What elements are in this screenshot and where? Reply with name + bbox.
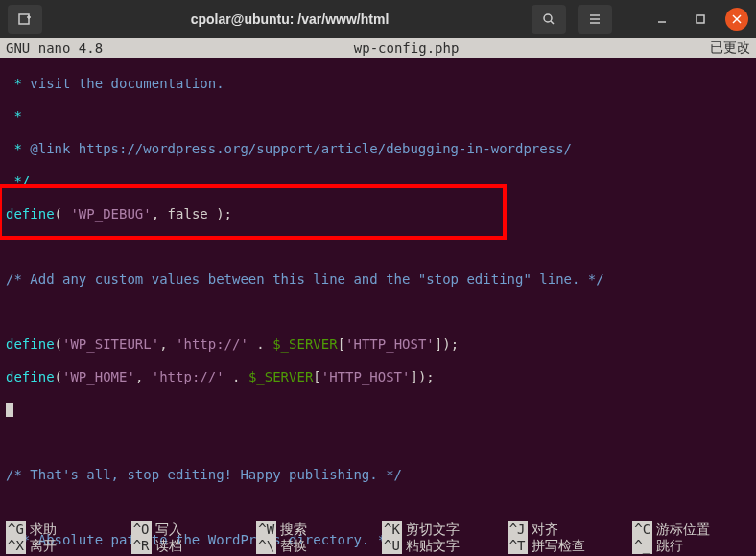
shortcut-justify: ^J对齐 (508, 521, 626, 538)
menu-button[interactable] (578, 5, 612, 34)
app-name: GNU nano 4.8 (6, 40, 103, 56)
nano-statusbar: GNU nano 4.8 wp-config.php 已更改 (0, 38, 756, 58)
close-button[interactable] (725, 8, 748, 31)
svg-rect-9 (697, 15, 704, 23)
shortcut-replace: ^\替换 (256, 538, 374, 554)
shortcut-search: ^W搜索 (256, 521, 374, 538)
editor-area[interactable]: * visit the documentation. * * @link htt… (0, 58, 756, 556)
maximize-button[interactable] (687, 5, 714, 34)
filename: wp-config.php (103, 40, 710, 56)
shortcut-curpos: ^C游标位置 (632, 521, 750, 538)
shortcut-help: ^G求助 (6, 521, 124, 538)
text-cursor (6, 403, 13, 417)
window-title: cpolar@ubuntu: /var/www/html (48, 12, 532, 27)
search-button[interactable] (532, 5, 566, 34)
svg-line-4 (551, 21, 554, 24)
shortcut-paste: ^U粘贴文字 (382, 538, 500, 554)
shortcut-cut: ^K剪切文字 (382, 521, 500, 538)
minimize-button[interactable] (649, 5, 675, 34)
new-tab-button[interactable] (8, 5, 42, 34)
nano-shortcuts: ^G求助 ^O写入 ^W搜索 ^K剪切文字 ^J对齐 ^C游标位置 ^X离开 ^… (0, 521, 756, 556)
shortcut-exit: ^X离开 (6, 538, 124, 554)
svg-rect-0 (19, 14, 29, 24)
shortcut-spell: ^T拼写检查 (508, 538, 626, 554)
svg-point-3 (544, 14, 552, 22)
window-titlebar: cpolar@ubuntu: /var/www/html (0, 0, 756, 38)
shortcut-writeout: ^O写入 (131, 521, 249, 538)
shortcut-readfile: ^R读档 (131, 538, 249, 554)
shortcut-goto: ^_跳行 (632, 538, 750, 554)
modified-indicator: 已更改 (710, 39, 750, 57)
